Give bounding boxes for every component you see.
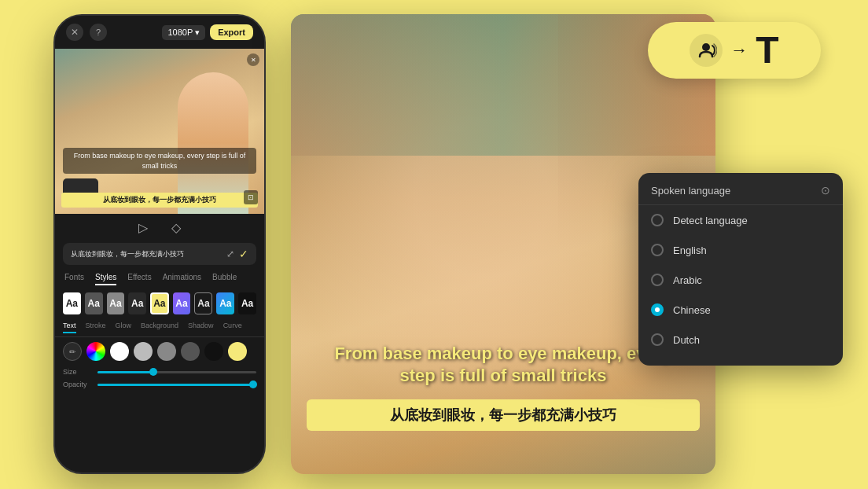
svg-point-0 [702,43,710,51]
tab-animations[interactable]: Animations [163,273,201,285]
phone-opacity-slider-row: Opacity [55,378,264,391]
opacity-slider-fill [97,384,253,386]
color-swatch-rainbow[interactable] [86,342,105,361]
style-gray1[interactable]: Aa [85,292,103,314]
size-label: Size [63,368,91,376]
lang-radio-english [651,244,664,256]
phone-tabs: Fonts Styles Effects Animations Bubble [55,270,264,289]
lang-name-chinese: Chinese [673,304,711,316]
size-slider-thumb[interactable] [149,368,157,376]
style-gradient-blue[interactable]: Aa [216,292,234,314]
lang-radio-detect [651,214,664,226]
lang-radio-arabic [651,274,664,286]
text-tab-shadow[interactable]: Shadow [188,322,214,333]
phone-color-row: ✏ [55,337,264,366]
lang-name-english: English [673,244,707,256]
text-T-icon: T [756,31,778,69]
color-swatch-gray3[interactable] [181,342,200,361]
text-tab-background[interactable]: Background [141,322,178,333]
text-tab-curve[interactable]: Curve [223,322,242,333]
text-tab-stroke[interactable]: Stroke [86,322,106,333]
phone-subtitle-english: From base makeup to eye makeup, every st… [63,148,256,174]
phone-video-area: ✕ From base makeup to eye makeup, every … [55,49,264,214]
style-white[interactable]: Aa [63,292,81,314]
phone-controls: ▷ ◇ [55,214,264,238]
phone-corner-button[interactable]: ⊡ [244,190,258,204]
lang-option-chinese[interactable]: Chinese [638,295,843,325]
speech-to-text-badge: → T [648,22,821,79]
phone-export-button[interactable]: Export [210,24,253,40]
style-outline[interactable]: Aa [194,292,212,314]
phone-subtitle-bar-text: 从底妆到眼妆，每一步都充满小技巧 [71,249,222,259]
phone-play-button[interactable]: ▷ [138,220,148,235]
color-swatch-white[interactable] [110,342,129,361]
size-slider-track[interactable] [97,371,256,373]
phone-help-button[interactable]: ? [90,24,107,41]
phone-header: ✕ ? 1080P ▾ Export [55,16,264,49]
style-gray2[interactable]: Aa [107,292,125,314]
color-swatch-gray2[interactable] [157,342,176,361]
lang-radio-dutch [651,333,664,346]
phone-subtitle-chinese: 从底妆到眼妆，每一步都充满小技巧 [61,193,258,208]
style-yellow-selected[interactable]: Aa [150,292,169,314]
phone-style-row: Aa Aa Aa Aa Aa Aa Aa Aa Aa [55,289,264,318]
opacity-slider-thumb[interactable] [249,381,257,388]
spoken-lang-close-button[interactable]: ⊙ [821,184,830,197]
text-tab-text[interactable]: Text [63,322,76,333]
phone-quality-button[interactable]: 1080P ▾ [162,25,205,40]
lang-name-dutch: Dutch [673,334,700,346]
speech-bubble-icon [690,34,723,67]
style-black[interactable]: Aa [238,292,256,314]
color-swatch-yellow[interactable] [228,342,247,361]
phone-size-slider-row: Size [55,366,264,378]
text-tab-glow[interactable]: Glow [116,322,132,333]
arrow-icon: → [730,40,748,61]
style-dark[interactable]: Aa [128,292,146,314]
phone-expand-button[interactable]: ⤢ [226,248,234,259]
tab-effects[interactable]: Effects [127,273,151,285]
style-purple[interactable]: Aa [173,292,191,314]
lang-option-arabic[interactable]: Arabic [638,265,843,295]
phone-header-left: ✕ ? [66,24,107,41]
spoken-lang-header: Spoken language ⊙ [638,184,843,205]
spoken-lang-title: Spoken language [651,185,730,197]
size-slider-fill [97,371,153,373]
lang-option-english[interactable]: English [638,235,843,265]
spoken-language-panel: Spoken language ⊙ Detect language Englis… [638,173,843,366]
main-subtitle-english: From base makeup to eye makeup, every st… [314,343,692,388]
color-swatch-gray1[interactable] [134,342,153,361]
opacity-slider-track[interactable] [97,384,256,386]
color-pencil-icon[interactable]: ✏ [63,342,82,361]
tab-bubble[interactable]: Bubble [212,273,237,285]
phone-text-tool-tabs: Text Stroke Glow Background Shadow Curve [55,318,264,337]
phone-mockup: ✕ ? 1080P ▾ Export ✕ From base makeup to… [53,14,266,474]
lang-option-detect[interactable]: Detect language [638,205,843,235]
opacity-label: Opacity [63,381,91,388]
tab-styles[interactable]: Styles [95,273,116,285]
color-swatch-black[interactable] [204,342,223,361]
tab-fonts[interactable]: Fonts [64,273,84,285]
phone-subtitle-bar: 从底妆到眼妆，每一步都充满小技巧 ⤢ ✓ [63,243,256,265]
phone-video-close[interactable]: ✕ [247,53,259,66]
lang-name-detect: Detect language [673,215,748,226]
lang-option-dutch[interactable]: Dutch [638,325,843,355]
phone-magic-button[interactable]: ◇ [171,220,181,235]
phone-check-button[interactable]: ✓ [239,248,248,260]
lang-name-arabic: Arabic [673,274,702,286]
main-subtitle-chinese: 从底妆到眼妆，每一步都充满小技巧 [307,399,700,431]
lang-radio-chinese [651,303,664,316]
phone-close-button[interactable]: ✕ [66,24,83,41]
